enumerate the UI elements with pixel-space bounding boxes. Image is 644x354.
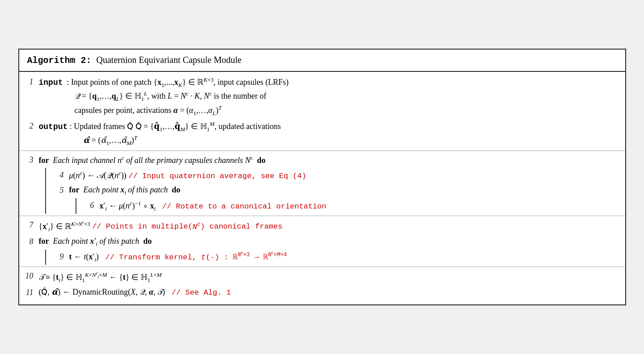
inner-for-content: 6 x′i ← μ(nc)−1 ∘ xi // Rotate to a cano…: [76, 198, 625, 214]
line-content-5: for Each point xi of this patch do: [69, 184, 625, 197]
line-4: 4 μ(nc) ← 𝒜(𝒬(nc)) // Input quaternion a…: [50, 168, 625, 183]
kw-for-3: for: [39, 156, 49, 165]
input-text: : Input points of one patch {x1,...,xK} …: [65, 78, 289, 87]
line-10: 10 𝒯 ≡ {ti} ∈ ℍ1K×Nci×M ← {t} ∈ ℍ1L×M: [19, 269, 625, 285]
line-num-11: 11: [19, 286, 39, 299]
mu-assign: μ(nc) ← 𝒜(𝒬(nc)): [69, 171, 129, 180]
line-num-2: 2: [19, 120, 39, 133]
line-content-2: output : Updated frames Q̂ Q̂ = {q̂1,…,q…: [39, 120, 625, 148]
separator-1: [19, 150, 625, 151]
line-9: 9 t ← t(x′i) // Transform kernel, t(·) :…: [50, 250, 625, 265]
line-content-1: input : Input points of one patch {x1,..…: [39, 75, 625, 118]
comment-9: // Transform kernel, t(·) : ℝNc×3 → ℝNc×…: [101, 253, 287, 262]
line-num-7: 7: [19, 219, 39, 232]
inner-for-block: 6 x′i ← μ(nc)−1 ∘ xi // Rotate to a cano…: [50, 198, 625, 214]
line-3: 3 for Each input channel nc of all the p…: [19, 153, 625, 168]
output-line2: α̂ = (α̂1,…,α̂M)T: [84, 133, 617, 148]
line-content-11: (Q̂, α̂) ← DynamicRouting(X, 𝒬, α, 𝒯) //…: [39, 286, 625, 299]
line-content-4: μ(nc) ← 𝒜(𝒬(nc)) // Input quaternion ave…: [69, 169, 625, 182]
line-1: 1 input : Input points of one patch {x1,…: [19, 75, 625, 119]
line-content-8: for Each point x′i of this patch do: [39, 235, 625, 249]
patch-block-spacer: [19, 250, 39, 265]
line-6: 6 x′i ← μ(nc)−1 ∘ xi // Rotate to a cano…: [80, 198, 625, 214]
patch-for-block: 9 t ← t(x′i) // Transform kernel, t(·) :…: [19, 250, 625, 265]
block-spacer: [19, 168, 39, 214]
line-content-7: {x′i} ∈ ℝK×Nc×3 // Points in multiple(Nc…: [39, 219, 625, 233]
algorithm-title: Algorithm 2: Quaternion Equivariant Caps…: [19, 50, 625, 72]
line-num-8: 8: [19, 235, 39, 248]
line-8: 8 for Each point x′i of this patch do: [19, 234, 625, 250]
comment-4: // Input quaternion average, see Eq (4): [129, 172, 307, 180]
line-content-10: 𝒯 ≡ {ti} ∈ ℍ1K×Nci×M ← {t} ∈ ℍ1L×M: [39, 270, 625, 284]
line-5: 5 for Each point xi of this patch do: [50, 183, 625, 198]
algorithm-box: Algorithm 2: Quaternion Equivariant Caps…: [18, 49, 626, 306]
input-line3: capsules per point, activations α = (α1,…: [75, 104, 617, 118]
line-num-10: 10: [19, 270, 39, 283]
points-set: {x′i} ∈ ℝK×Nc×3: [39, 222, 93, 231]
kw-output: output: [39, 122, 68, 131]
kw-do-5: do: [172, 185, 181, 194]
for-text-8: Each point x′i of this patch: [51, 237, 143, 246]
comment-6: // Rotate to a canonical orientation: [158, 202, 326, 211]
outer-for-block: 4 μ(nc) ← 𝒜(𝒬(nc)) // Input quaternion a…: [19, 168, 625, 214]
line-content-3: for Each input channel nc of all the pri…: [39, 154, 625, 167]
rotate-assign: x′i ← μ(nc)−1 ∘ xi: [100, 201, 158, 210]
for-text-3: Each input channel nc of all the primary…: [51, 156, 257, 165]
transform-assign: t ← t(x′i): [69, 252, 101, 261]
line-num-3: 3: [19, 154, 39, 167]
patch-for-content: 9 t ← t(x′i) // Transform kernel, t(·) :…: [46, 250, 625, 265]
kw-do-3: do: [257, 156, 265, 165]
input-line2: 𝒬 = {q1,…,qL} ∈ ℍ1L, with L = Nc · K, Nc…: [75, 89, 617, 104]
line-num-1: 1: [19, 75, 39, 88]
kw-for-8: for: [39, 237, 49, 246]
kw-do-8: do: [143, 237, 152, 246]
kw-for-5: for: [69, 185, 80, 194]
line-7: 7 {x′i} ∈ ℝK×Nc×3 // Points in multiple(…: [19, 218, 625, 234]
for-text-5: Each point xi of this patch: [81, 185, 172, 194]
separator-3: [19, 267, 625, 267]
algo-label: Algorithm 2:: [27, 55, 92, 66]
line-content-6: x′i ← μ(nc)−1 ∘ xi // Rotate to a canoni…: [100, 199, 625, 213]
output-text: : Updated frames Q̂ Q̂ = {q̂1,…,q̂M} ∈ ℍ…: [70, 122, 281, 131]
line-11: 11 (Q̂, α̂) ← DynamicRouting(X, 𝒬, α, 𝒯)…: [19, 285, 625, 300]
comment-11: // See Alg. 1: [167, 288, 231, 297]
kw-input: input: [39, 78, 63, 87]
line-2: 2 output : Updated frames Q̂ Q̂ = {q̂1,……: [19, 119, 625, 149]
algo-body: 1 input : Input points of one patch {x1,…: [19, 72, 625, 305]
line-num-5: 5: [50, 184, 69, 197]
line-num-4: 4: [50, 169, 69, 182]
dynamic-routing: (Q̂, α̂) ← DynamicRouting(X, 𝒬, α, 𝒯): [39, 287, 167, 296]
algo-name: Quaternion Equivariant Capsule Module: [97, 55, 242, 65]
tensor-assign: 𝒯 ≡ {ti} ∈ ℍ1K×Nci×M ← {t} ∈ ℍ1L×M: [39, 273, 162, 282]
comment-7: // Points in multiple(Nc) canonical fram…: [92, 223, 282, 231]
line-content-9: t ← t(x′i) // Transform kernel, t(·) : ℝ…: [69, 250, 625, 264]
line-num-9: 9: [50, 250, 69, 263]
line-num-6: 6: [80, 199, 100, 212]
inner-block-spacer: [50, 198, 69, 214]
separator-2: [19, 216, 625, 216]
outer-for-content: 4 μ(nc) ← 𝒜(𝒬(nc)) // Input quaternion a…: [46, 168, 625, 214]
